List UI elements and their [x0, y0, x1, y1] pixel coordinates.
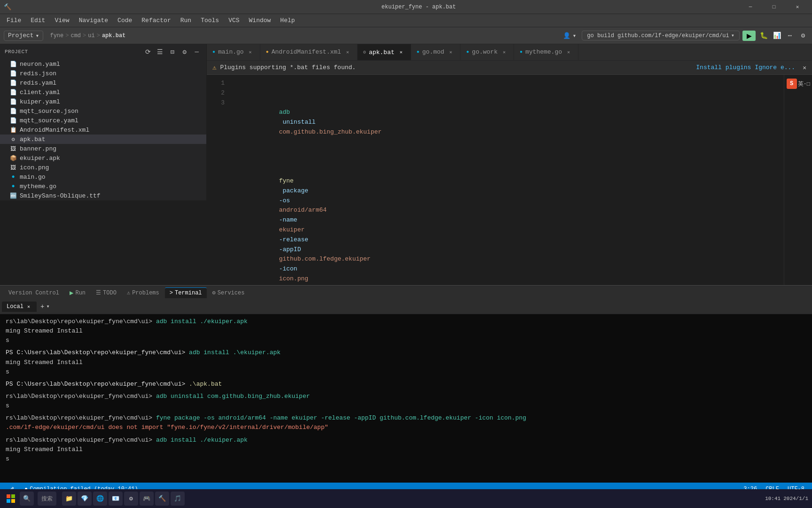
close-notification-icon[interactable]: ✕ — [803, 64, 806, 71]
tab-close-androidmanifest[interactable]: ✕ — [344, 48, 351, 56]
tab-services[interactable]: ⚙ Services — [208, 287, 250, 298]
taskbar-app-5[interactable]: ⚙ — [124, 492, 138, 506]
file-mqtt-json[interactable]: 📄 mqtt_source.json — [0, 106, 206, 116]
taskbar-app-jetbrains[interactable]: 🔨 — [155, 492, 169, 506]
start-button[interactable] — [4, 492, 18, 506]
tab-label: main.go — [218, 48, 244, 56]
tab-go-mod[interactable]: ● go.mod ✕ — [411, 44, 461, 60]
tab-icon-6: ● — [520, 49, 523, 55]
terminal-content[interactable]: rs\lab\Desktop\repo\ekuiper_fyne\cmd\ui>… — [0, 314, 812, 483]
breadcrumb-part-2[interactable]: cmd — [70, 32, 81, 39]
taskbar-app-8[interactable]: 🎵 — [171, 492, 185, 506]
menu-tools[interactable]: Tools — [196, 16, 224, 25]
ignore-action[interactable]: Ignore e... — [755, 64, 795, 71]
search-bar[interactable]: 搜索 — [38, 492, 56, 506]
tab-mytheme-go[interactable]: ● mytheme.go ✕ — [514, 44, 578, 60]
menu-edit[interactable]: Edit — [26, 16, 50, 25]
search-taskbar[interactable]: 🔍 — [20, 492, 34, 506]
window-title: ekuiper_fyne - apk.bat — [98, 4, 740, 10]
tab-run[interactable]: ▶ Run — [65, 287, 90, 299]
user-profile[interactable]: 👤 ▾ — [560, 31, 579, 40]
debug-button[interactable]: 🐛 — [758, 31, 769, 41]
code-content[interactable]: adb uninstall com.github.bing_zhub.ekuip… — [230, 75, 784, 285]
tab-main-go[interactable]: ● main.go ✕ — [207, 44, 260, 60]
tab-close-mytheme-go[interactable]: ✕ — [565, 48, 572, 56]
tab-icon-5: ● — [466, 49, 469, 55]
tab-terminal[interactable]: > Terminal — [165, 287, 207, 298]
terminal-line-5: ming Streamed Install — [6, 358, 806, 367]
taskbar-app-3[interactable]: 🌐 — [93, 492, 107, 506]
taskbar-app-1[interactable]: 📁 — [62, 492, 76, 506]
file-main-go[interactable]: ● main.go — [0, 172, 206, 182]
tab-close-go-mod[interactable]: ✕ — [447, 48, 454, 56]
file-apk-bat[interactable]: ⚙ apk.bat — [0, 135, 206, 144]
menu-refactor[interactable]: Refactor — [137, 16, 175, 25]
settings-icon[interactable]: ⚙ — [798, 31, 808, 41]
taskbar-app-4[interactable]: 📧 — [109, 492, 123, 506]
file-redis-json[interactable]: 📄 redis.json — [0, 69, 206, 78]
maximize-button[interactable]: □ — [763, 0, 785, 14]
tab-close-go-work[interactable]: ✕ — [500, 48, 508, 56]
local-tab-close[interactable]: ✕ — [25, 303, 32, 310]
terminal-add-tab[interactable]: + ▾ — [40, 303, 50, 310]
taskbar-app-6[interactable]: 🎮 — [140, 492, 154, 506]
close-button[interactable]: ✕ — [787, 0, 808, 14]
coverage-button[interactable]: 📊 — [772, 31, 782, 41]
code-line-1: adb uninstall com.github.bing_zhub.ekuip… — [230, 98, 784, 147]
svg-rect-0 — [7, 494, 10, 498]
tab-problems[interactable]: ⚠ Problems — [122, 287, 164, 298]
menu-run[interactable]: Run — [176, 16, 196, 25]
file-mytheme-go[interactable]: ● mytheme.go — [0, 182, 206, 191]
sync-icon[interactable]: ⟳ — [143, 47, 153, 56]
tab-go-work[interactable]: ● go.work ✕ — [461, 44, 514, 60]
code-editor[interactable]: 1 2 3 adb uninstall com.github.bing_zhub… — [207, 75, 812, 285]
hide-sidebar-icon[interactable]: — — [192, 47, 202, 56]
tab-close-apk-bat[interactable]: ✕ — [398, 48, 405, 56]
terminal-dropdown-icon[interactable]: ▾ — [46, 303, 49, 310]
file-ekuiper-apk[interactable]: 📦 ekuiper.apk — [0, 153, 206, 163]
file-client-yaml[interactable]: 📄 client.yaml — [0, 87, 206, 97]
add-tab-icon[interactable]: + — [40, 303, 44, 310]
tab-close-main-go[interactable]: ✕ — [247, 48, 254, 56]
menu-navigate[interactable]: Navigate — [74, 16, 113, 25]
terminal-tab-local[interactable]: Local ✕ — [2, 302, 37, 312]
project-selector[interactable]: Project ▾ — [4, 31, 43, 41]
term-bat-cmd: .\apk.bat — [189, 381, 222, 388]
menu-file[interactable]: File — [2, 16, 26, 25]
file-mqtt-yaml[interactable]: 📄 mqtt_source.yaml — [0, 116, 206, 125]
install-plugins-action[interactable]: Install plugins — [696, 64, 751, 71]
menu-code[interactable]: Code — [113, 16, 137, 25]
collapse-icon[interactable]: ☰ — [156, 47, 165, 56]
tab-version-control[interactable]: Version Control — [4, 288, 64, 298]
breadcrumb-part-3[interactable]: ui — [88, 32, 94, 39]
top-action-bar: Project ▾ fyne > cmd > ui > apk.bat 👤 ▾ … — [0, 27, 812, 44]
breadcrumb-part-1[interactable]: fyne — [50, 32, 63, 39]
main-layout: Project ▾ fyne > cmd > ui > apk.bat 👤 ▾ … — [0, 27, 812, 496]
line-numbers: 1 2 3 — [207, 75, 230, 285]
run-button[interactable]: ▶ — [742, 31, 756, 41]
tab-apk-bat[interactable]: ⚙ apk.bat ✕ — [358, 44, 411, 60]
minimize-button[interactable]: ─ — [740, 0, 761, 14]
file-banner-png[interactable]: 🖼 banner.png — [0, 144, 206, 153]
menu-view[interactable]: View — [50, 16, 74, 25]
file-smiley-ttf[interactable]: 🔤 SmileySans-Oblique.ttf — [0, 191, 206, 200]
more-run-options[interactable]: ⋯ — [785, 31, 795, 41]
breadcrumb-part-4[interactable]: apk.bat — [102, 32, 125, 39]
tab-label-5: go.work — [472, 48, 498, 56]
file-icon-png[interactable]: 🖼 icon.png — [0, 163, 206, 172]
filter-icon[interactable]: ⊟ — [168, 47, 177, 56]
app-logo: 🔨 — [4, 3, 11, 11]
file-redis-yaml[interactable]: 📄 redis.yaml — [0, 78, 206, 87]
menu-vcs[interactable]: VCS — [224, 16, 244, 25]
file-neuron-yaml[interactable]: 📄 neuron.yaml — [0, 59, 206, 69]
tab-todo[interactable]: ☰ TODO — [91, 287, 121, 298]
menu-window[interactable]: Window — [244, 16, 276, 25]
menu-help[interactable]: Help — [275, 16, 299, 25]
taskbar-app-2[interactable]: 💎 — [78, 492, 92, 506]
settings-sidebar-icon[interactable]: ⚙ — [180, 47, 189, 56]
run-config-selector[interactable]: go build github.com/lf-edge/ekuiper/cmd/… — [582, 31, 740, 40]
file-kuiper-yaml[interactable]: 📄 kuiper.yaml — [0, 97, 206, 106]
file-androidmanifest[interactable]: 📋 AndroidManifest.xml — [0, 125, 206, 135]
tab-androidmanifest[interactable]: ● AndroidManifest.xml ✕ — [260, 44, 358, 60]
term-text-12: rs\lab\Desktop\repo\ekuiper_fyne\cmd\ui> — [6, 437, 152, 444]
